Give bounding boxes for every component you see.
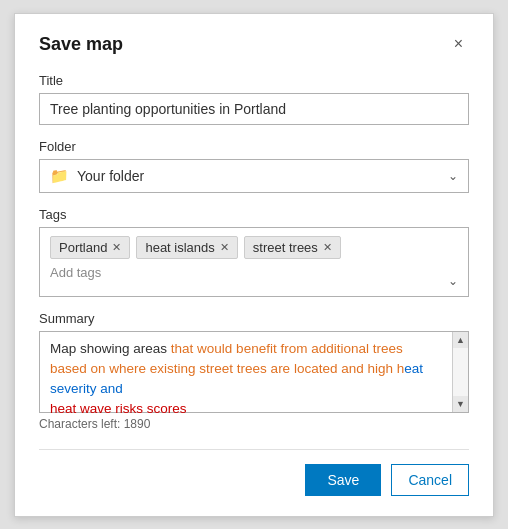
tag-street-trees-label: street trees (253, 240, 318, 255)
close-button[interactable]: × (448, 34, 469, 54)
summary-scrollbar: ▲ ▼ (452, 332, 468, 412)
title-input[interactable] (39, 93, 469, 125)
dialog-footer: Save Cancel (39, 449, 469, 496)
summary-label: Summary (39, 311, 469, 326)
folder-icon: 📁 (50, 167, 69, 185)
tag-portland-remove[interactable]: ✕ (112, 242, 121, 253)
save-button[interactable]: Save (305, 464, 381, 496)
tag-street-trees-remove[interactable]: ✕ (323, 242, 332, 253)
chars-left-text: Characters left: 1890 (39, 417, 469, 431)
tags-box: Portland ✕ heat islands ✕ street trees ✕… (39, 227, 469, 297)
chevron-down-icon: ⌄ (448, 169, 458, 183)
scroll-track (453, 348, 468, 396)
folder-select[interactable]: 📁 Your folder ⌄ (39, 159, 469, 193)
dialog-header: Save map × (39, 34, 469, 55)
tag-heat-islands-label: heat islands (145, 240, 214, 255)
save-map-dialog: Save map × Title Folder 📁 Your folder ⌄ … (14, 13, 494, 517)
tags-field-group: Tags Portland ✕ heat islands ✕ street tr… (39, 207, 469, 297)
scroll-down-button[interactable]: ▼ (453, 396, 468, 412)
summary-wrapper: Map showing areas that would benefit fro… (39, 331, 469, 413)
folder-label: Folder (39, 139, 469, 154)
dialog-title: Save map (39, 34, 123, 55)
tag-portland-label: Portland (59, 240, 107, 255)
tags-label: Tags (39, 207, 469, 222)
summary-field-group: Summary Map showing areas that would ben… (39, 311, 469, 431)
add-tags-placeholder[interactable]: Add tags (50, 265, 458, 280)
tag-street-trees: street trees ✕ (244, 236, 341, 259)
tag-heat-islands: heat islands ✕ (136, 236, 237, 259)
tags-row: Portland ✕ heat islands ✕ street trees ✕ (50, 236, 458, 259)
title-field-group: Title (39, 73, 469, 125)
tags-chevron-icon: ⌄ (448, 274, 458, 288)
cancel-button[interactable]: Cancel (391, 464, 469, 496)
tag-heat-islands-remove[interactable]: ✕ (220, 242, 229, 253)
folder-value: Your folder (77, 168, 144, 184)
tag-portland: Portland ✕ (50, 236, 130, 259)
scroll-up-button[interactable]: ▲ (453, 332, 468, 348)
title-label: Title (39, 73, 469, 88)
folder-field-group: Folder 📁 Your folder ⌄ (39, 139, 469, 193)
summary-content[interactable]: Map showing areas that would benefit fro… (40, 332, 452, 412)
